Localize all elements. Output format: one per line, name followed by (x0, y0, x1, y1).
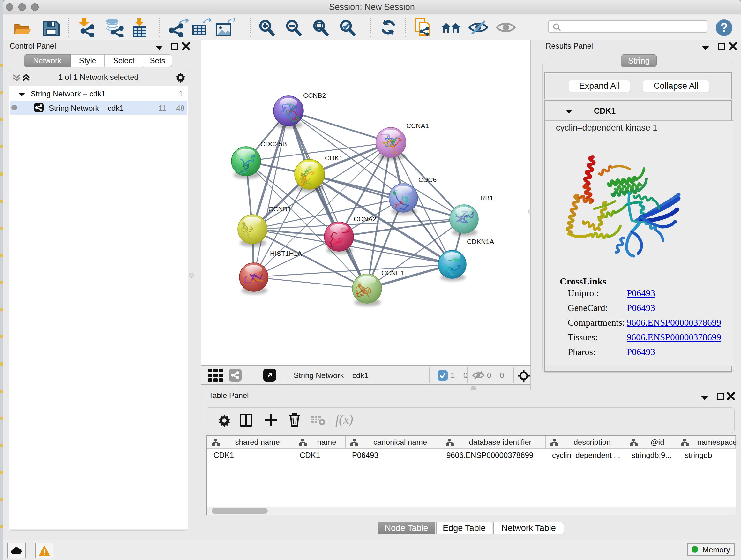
svg-text:?: ? (720, 21, 728, 34)
svg-text:CDC25B: CDC25B (260, 140, 287, 147)
svg-text:RB1: RB1 (480, 194, 493, 201)
svg-text:CCNA1: CCNA1 (406, 122, 429, 129)
svg-text:HIST1H1A: HIST1H1A (270, 250, 302, 257)
svg-text:CCNA2: CCNA2 (354, 215, 376, 223)
svg-text:CCNE1: CCNE1 (381, 269, 404, 276)
svg-text:CDC6: CDC6 (418, 176, 436, 183)
svg-text:CDKN1A: CDKN1A (467, 238, 494, 245)
svg-text:CCNB1: CCNB1 (268, 205, 291, 212)
svg-text:CCNB2: CCNB2 (303, 91, 326, 99)
svg-text:CDK1: CDK1 (325, 154, 343, 162)
